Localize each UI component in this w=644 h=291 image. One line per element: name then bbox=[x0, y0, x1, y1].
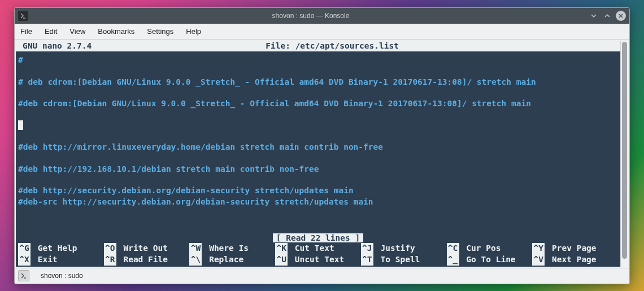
nano-line bbox=[18, 110, 618, 120]
shortcut-key: ^\ bbox=[189, 254, 202, 266]
menu-file[interactable]: File bbox=[20, 27, 32, 36]
window-controls bbox=[589, 11, 626, 21]
nano-line bbox=[18, 153, 618, 164]
menu-bookmarks[interactable]: Bookmarks bbox=[98, 27, 134, 36]
minimize-button[interactable] bbox=[589, 11, 599, 21]
nano-line: #deb cdrom:[Debian GNU/Linux 9.0.0 _Stre… bbox=[18, 98, 618, 110]
shortcut-key: ^T bbox=[361, 254, 373, 266]
shortcut-key: ^_ bbox=[447, 254, 459, 266]
shortcut-label: Read File bbox=[119, 254, 168, 266]
shortcut-label: Replace bbox=[204, 254, 243, 266]
shortcut-key: ^V bbox=[532, 254, 545, 266]
terminal-container: GNU nano 2.7.4 File: /etc/apt/sources.li… bbox=[15, 40, 629, 268]
shortcut-label: Uncut Text bbox=[290, 254, 344, 266]
shortcut-label: Justify bbox=[376, 243, 415, 254]
shortcut-label: Where Is bbox=[204, 243, 249, 254]
shortcut-key: ^X bbox=[18, 254, 31, 266]
nano-editor-body[interactable]: ## deb cdrom:[Debian GNU/Linux 9.0.0 _St… bbox=[16, 51, 620, 208]
shortcut-label: To Spell bbox=[376, 254, 420, 266]
nano-shortcut: ^G Get Help bbox=[18, 243, 104, 254]
nano-header: GNU nano 2.7.4 File: /etc/apt/sources.li… bbox=[16, 41, 620, 52]
terminal[interactable]: GNU nano 2.7.4 File: /etc/apt/sources.li… bbox=[16, 41, 620, 267]
new-tab-button[interactable] bbox=[18, 270, 29, 281]
menu-help[interactable]: Help bbox=[186, 27, 201, 36]
nano-line bbox=[18, 88, 618, 98]
shortcut-key: ^R bbox=[104, 254, 116, 266]
tabbar: shovon : sudo bbox=[15, 268, 629, 284]
shortcut-label: Exit bbox=[33, 254, 58, 266]
nano-line bbox=[18, 66, 618, 77]
shortcut-label: Write Out bbox=[119, 243, 168, 254]
nano-shortcut: ^X Exit bbox=[18, 254, 104, 266]
nano-line: #deb-src http://security.debian.org/debi… bbox=[18, 197, 618, 208]
nano-status: [ Read 22 lines ] bbox=[16, 233, 620, 244]
nano-line: # bbox=[18, 55, 618, 66]
shortcut-key: ^O bbox=[104, 243, 116, 254]
nano-shortcut: ^T To Spell bbox=[361, 254, 447, 266]
shortcut-label: Get Help bbox=[33, 243, 77, 254]
scrollbar-thumb[interactable] bbox=[622, 42, 627, 259]
scrollbar[interactable] bbox=[620, 41, 628, 267]
nano-line bbox=[18, 120, 618, 132]
nano-line: #deb http://mirror.linuxeveryday.home/de… bbox=[18, 142, 618, 153]
menubar: File Edit View Bookmarks Settings Help bbox=[15, 24, 629, 40]
window-title: shovon : sudo — Konsole bbox=[33, 12, 589, 20]
nano-line bbox=[18, 131, 618, 142]
nano-shortcut: ^O Write Out bbox=[104, 243, 190, 254]
nano-shortcut: ^K Cut Text bbox=[275, 243, 361, 254]
shortcut-label: Cur Pos bbox=[462, 243, 501, 254]
maximize-button[interactable] bbox=[602, 11, 612, 21]
shortcut-label: Prev Page bbox=[547, 243, 596, 254]
shortcut-key: ^U bbox=[275, 254, 288, 266]
nano-shortcut: ^W Where Is bbox=[189, 243, 275, 254]
nano-shortcut: ^U Uncut Text bbox=[275, 254, 361, 266]
nano-shortcut: ^Y Prev Page bbox=[532, 243, 618, 254]
tab-label[interactable]: shovon : sudo bbox=[35, 271, 162, 281]
menu-settings[interactable]: Settings bbox=[147, 27, 173, 36]
nano-line bbox=[18, 175, 618, 185]
shortcut-key: ^J bbox=[361, 243, 373, 254]
app-icon bbox=[18, 11, 28, 21]
nano-status-text: [ Read 22 lines ] bbox=[273, 233, 363, 242]
shortcut-label: Go To Line bbox=[462, 254, 516, 266]
menu-edit[interactable]: Edit bbox=[45, 27, 57, 36]
nano-line: #deb http://192.168.10.1/debian stretch … bbox=[18, 164, 618, 175]
shortcut-key: ^Y bbox=[532, 243, 545, 254]
konsole-window: shovon : sudo — Konsole File Edit View B… bbox=[14, 7, 630, 284]
shortcut-key: ^C bbox=[447, 243, 459, 254]
nano-line: # deb cdrom:[Debian GNU/Linux 9.0.0 _Str… bbox=[18, 77, 618, 88]
shortcut-label: Cut Text bbox=[290, 243, 334, 254]
nano-line: #deb http://security.debian.org/debian-s… bbox=[18, 185, 618, 197]
cursor bbox=[18, 120, 23, 130]
nano-shortcut: ^\ Replace bbox=[189, 254, 275, 266]
nano-shortcut: ^_ Go To Line bbox=[447, 254, 533, 266]
nano-file-label: File: /etc/apt/sources.list bbox=[46, 41, 618, 52]
nano-shortcut: ^R Read File bbox=[104, 254, 190, 266]
nano-shortcut: ^V Next Page bbox=[532, 254, 618, 266]
menu-view[interactable]: View bbox=[69, 27, 85, 36]
shortcut-key: ^K bbox=[275, 243, 288, 254]
nano-shortcuts: ^G Get Help^O Write Out^W Where Is^K Cut… bbox=[16, 243, 620, 266]
nano-shortcut: ^J Justify bbox=[361, 243, 447, 254]
nano-shortcut: ^C Cur Pos bbox=[447, 243, 533, 254]
titlebar[interactable]: shovon : sudo — Konsole bbox=[15, 8, 629, 24]
shortcut-label: Next Page bbox=[547, 254, 596, 266]
shortcut-key: ^W bbox=[189, 243, 202, 254]
shortcut-key: ^G bbox=[18, 243, 31, 254]
close-button[interactable] bbox=[616, 11, 626, 21]
